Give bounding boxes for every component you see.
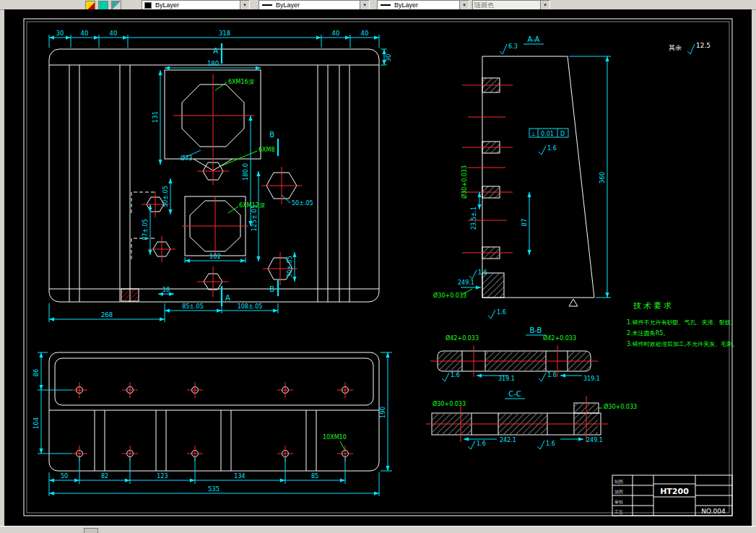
dim-cc-right[interactable]: 249.1	[586, 437, 603, 443]
dim-23-5[interactable]: 23.5±.1	[471, 207, 477, 230]
section-aa-title[interactable]: A-A	[528, 35, 540, 43]
hatched-boss[interactable]	[121, 289, 139, 301]
dim-86[interactable]: 86	[32, 369, 40, 377]
section-aa[interactable]: A-A 360 87 23.5±.1 249.1 ⊥ 0.01 D 6.3	[433, 35, 611, 318]
section-bb-title[interactable]: B-B	[530, 326, 542, 334]
dim-268[interactable]: 268	[101, 311, 113, 318]
dropdown-arrow-icon[interactable]: ▾	[459, 1, 469, 9]
thread-callout-6xm12[interactable]: 6XM12深	[239, 202, 265, 209]
plan-view-geometry[interactable]	[49, 43, 379, 306]
dim-180[interactable]: 180	[207, 60, 219, 67]
plan-centerlines	[142, 74, 302, 297]
dim-bb-right[interactable]: 319.1	[583, 376, 600, 382]
tech-req-item-1[interactable]: 1.铸件不允许有砂眼、气孔、夹渣、裂纹。	[627, 319, 737, 326]
bore-callout-d30-right[interactable]: Ø30+0.033	[604, 403, 637, 410]
dim-108[interactable]: 108±.05	[238, 303, 263, 310]
side-view-holes	[77, 387, 349, 457]
section-bb[interactable]: B-B Ø42+0.033 Ø42+0.033 319.1 319.1 1.6 …	[430, 326, 600, 382]
linetype-sample-icon	[262, 4, 272, 6]
dim-bb-left[interactable]: 319.1	[498, 376, 515, 382]
finish-1-6-a[interactable]: 1.6	[547, 145, 557, 152]
title-block[interactable]: HT200 NO.004 制图 描图 审核 工艺	[612, 475, 732, 516]
dim-125[interactable]: 125±.05	[251, 205, 258, 232]
fcf-symbol[interactable]: ⊥	[531, 131, 536, 137]
dropdown-arrow-icon[interactable]: ▾	[240, 1, 249, 9]
finish-bb-right[interactable]: 1.6	[547, 372, 557, 378]
finish-cc-right[interactable]: 1.6	[546, 441, 555, 447]
general-finish-value[interactable]: 12.5	[696, 42, 711, 49]
side-view-geometry[interactable]	[49, 352, 379, 471]
thread-callout-6xm8[interactable]: 6XM8	[258, 147, 275, 153]
status-bar	[0, 526, 756, 533]
bore-callout-d42-right[interactable]: Ø42+0.033	[543, 334, 576, 342]
dim-131[interactable]: 131	[152, 111, 159, 123]
dim-40[interactable]: 40	[332, 30, 340, 37]
datum-flag[interactable]	[569, 299, 578, 306]
dim-40[interactable]: 40	[81, 30, 89, 37]
dim-30-right[interactable]: 30	[385, 54, 392, 62]
section-label-b-top[interactable]: B	[269, 131, 274, 139]
dim-50[interactable]: 50	[61, 473, 68, 480]
dim-40[interactable]: 40	[361, 30, 369, 37]
dim-cc-left[interactable]: 242.1	[500, 437, 516, 443]
dim-85[interactable]: 85±.05	[182, 303, 204, 310]
dim-249-1[interactable]: 249.1	[458, 280, 474, 286]
fcf-tolerance[interactable]: 0.01	[541, 131, 554, 137]
finish-6-3[interactable]: 6.3	[508, 43, 518, 50]
dim-535[interactable]: 535	[208, 485, 220, 493]
dim-50-right[interactable]: 50±.05	[292, 200, 313, 207]
section-label-b-bottom[interactable]: B	[269, 285, 274, 293]
material-spec[interactable]: HT200	[660, 487, 689, 496]
tech-req-title[interactable]: 技术要求	[633, 301, 674, 311]
dropdown-arrow-icon[interactable]: ▾	[360, 1, 369, 9]
dim-82[interactable]: 82	[101, 473, 108, 480]
dim-123[interactable]: 123	[157, 473, 168, 480]
dim-318[interactable]: 318	[219, 30, 230, 37]
finish-1-6-b[interactable]: 1.6	[478, 269, 487, 276]
bore-callout-d30-left[interactable]: Ø30+0.033	[433, 400, 466, 407]
drawing-sheet[interactable]: 30 40 40 318 40 40 30 180 131 180.0 125±…	[4, 9, 752, 526]
dim-134[interactable]: 134	[234, 473, 245, 480]
color-control-value: ByLayer	[154, 1, 179, 9]
section-cc-title[interactable]: C-C	[508, 390, 521, 398]
bore-callout-d30-side[interactable]: Ø30+0.033	[461, 165, 468, 199]
section-label-a-top[interactable]: A	[213, 47, 218, 55]
finish-1-6-c[interactable]: 1.6	[497, 309, 506, 316]
dropdown-arrow-icon: ▾	[540, 1, 549, 9]
thread-callout-10xm10[interactable]: 10XM10	[323, 434, 347, 441]
finish-cc-left[interactable]: 1.6	[477, 441, 486, 447]
dim-360[interactable]: 360	[599, 172, 606, 183]
general-finish-note[interactable]: 其余 12.5	[669, 42, 711, 54]
dim-87-left[interactable]: 87±.05	[142, 219, 149, 240]
side-view-dimensions[interactable]: 86 104 190 50 82 123 134 85 535 10XM10	[32, 352, 392, 496]
title-block-row-3: 审核	[614, 499, 623, 504]
fcf-datum[interactable]: D	[560, 131, 565, 137]
dim-104[interactable]: 104	[32, 417, 40, 429]
dim-50-left[interactable]: 50±.05	[162, 186, 169, 207]
thread-callout-6xm16[interactable]: 6XM16深	[228, 79, 254, 85]
status-bar-box	[84, 528, 98, 533]
general-finish-label[interactable]: 其余	[669, 44, 682, 51]
bore-callout-d30-bottom[interactable]: Ø30+0.033	[433, 292, 466, 299]
section-label-a-bottom[interactable]: A	[225, 294, 230, 302]
dim-87[interactable]: 87	[521, 219, 528, 227]
dia-73-callout[interactable]: Ø73	[181, 155, 192, 162]
technical-requirements[interactable]: 技术要求 1.铸件不允许有砂眼、气孔、夹渣、裂纹。 2.未注圆角R5。 3.铸件…	[627, 301, 738, 347]
dim-180-0[interactable]: 180.0	[242, 163, 249, 181]
dim-18[interactable]: 18	[162, 287, 170, 293]
side-centerlines	[71, 382, 353, 462]
dim-40[interactable]: 40	[110, 30, 118, 37]
dim-102[interactable]: 102	[209, 253, 221, 260]
bore-callout-d42-left[interactable]: Ø42+0.033	[446, 334, 479, 342]
dim-85b[interactable]: 85	[311, 473, 318, 480]
drawing-number[interactable]: NO.004	[701, 508, 726, 515]
dim-30-05[interactable]: 30±.05	[287, 256, 293, 277]
tech-req-item-2[interactable]: 2.未注圆角R5。	[627, 330, 669, 337]
finish-bb-left[interactable]: 1.6	[451, 372, 460, 378]
tech-req-item-3[interactable]: 3.铸件时效处理后加工,不允许夹灰、毛刺。	[627, 341, 738, 347]
dim-30[interactable]: 30	[56, 30, 64, 37]
dim-190[interactable]: 190	[379, 407, 386, 418]
section-cc[interactable]: C-C Ø30+0.033 Ø30+0.033 242.1 249.1 1.6 …	[426, 390, 637, 449]
linetype-control-value: ByLayer	[274, 1, 300, 9]
drawing-canvas[interactable]: 30 40 40 318 40 40 30 180 131 180.0 125±…	[4, 9, 752, 526]
